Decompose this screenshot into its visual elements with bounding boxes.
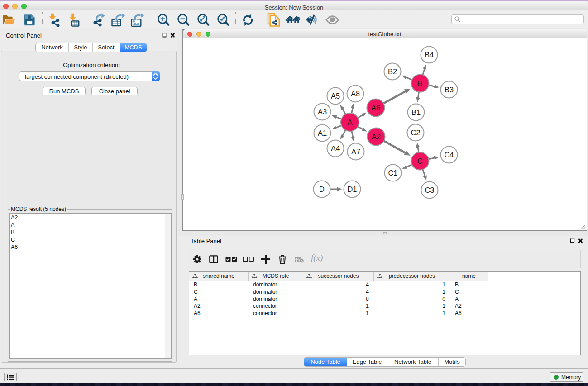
tree-column-icon <box>377 274 382 279</box>
column-header-MCDS-role[interactable]: MCDS role <box>249 272 303 281</box>
titlebar: Session: New Session <box>0 1 588 10</box>
network-window[interactable]: testGlobe.txt AA6A2BCA1A3A5A8A4A7B1B2B3B… <box>182 29 587 231</box>
tab-select[interactable]: Select <box>92 43 120 52</box>
deselect-all-icon[interactable] <box>243 254 254 265</box>
column-header-name[interactable]: name <box>450 272 488 281</box>
resize-grip-icon[interactable] <box>581 224 586 229</box>
new-network-from-selection-icon[interactable] <box>267 13 280 27</box>
zoom-in-icon[interactable] <box>157 13 170 27</box>
column-header-shared-name[interactable]: shared name <box>189 272 249 281</box>
tab-style[interactable]: Style <box>68 43 92 52</box>
export-table-icon[interactable] <box>110 13 125 27</box>
show-all-icon[interactable] <box>325 13 340 27</box>
save-session-icon[interactable] <box>23 13 36 27</box>
split-columns-icon[interactable] <box>208 254 220 265</box>
tab-mcds[interactable]: MCDS <box>120 43 147 52</box>
refresh-icon[interactable] <box>241 13 255 27</box>
tab-edge-table[interactable]: Edge Table <box>347 358 387 366</box>
arrowhead-B-B4 <box>423 64 426 69</box>
graph-node-label-A5: A5 <box>331 92 340 100</box>
mcds-result-list[interactable]: A2ABCA6 <box>9 213 172 359</box>
delete-column-icon[interactable] <box>277 254 288 265</box>
memory-button[interactable]: Memory <box>550 372 583 382</box>
show-panels-button[interactable] <box>4 373 17 381</box>
list-icon <box>7 374 14 380</box>
table-cell: 1 <box>366 310 369 316</box>
list-scrollbar[interactable] <box>165 214 171 358</box>
graph-node-label-B4: B4 <box>425 51 434 59</box>
splitter-handle-bottom[interactable] <box>383 232 387 234</box>
table-cell: 1 <box>442 289 445 295</box>
edge-A2-C[interactable] <box>383 141 406 153</box>
search-input[interactable] <box>451 14 584 24</box>
import-table-icon[interactable] <box>68 13 81 27</box>
zoom-fit-icon[interactable] <box>196 13 210 27</box>
splitter-handle-left[interactable] <box>181 194 184 200</box>
table-row[interactable]: A2connector11A2 <box>189 302 580 310</box>
column-header-label: MCDS role <box>263 273 289 279</box>
table-cell: B <box>194 281 197 288</box>
criterion-dropdown[interactable]: largest connected component (directed) <box>19 71 160 81</box>
dropdown-stepper-icon <box>152 71 160 81</box>
close-panel-button[interactable]: Close panel <box>91 87 138 95</box>
tab-node-table[interactable]: Node Table <box>304 358 347 366</box>
graph-node-label-B2: B2 <box>388 67 397 76</box>
graph-node-label-D1: D1 <box>347 185 357 193</box>
network-graph[interactable]: AA6A2BCA1A3A5A8A4A7B1B2B3B4C1C2C3C4DD1 <box>183 39 587 231</box>
open-file-icon[interactable] <box>2 13 16 27</box>
graph-node-label-B1: B1 <box>411 108 421 116</box>
table-row[interactable]: Adominator80A <box>189 295 580 303</box>
table-row[interactable]: Cdominator41C <box>189 288 580 295</box>
function-builder-icon[interactable]: f(x) <box>311 253 323 263</box>
graph-node-label-A8: A8 <box>351 90 360 98</box>
tab-network-table[interactable]: Network Table <box>387 358 438 366</box>
delete-table-icon[interactable] <box>293 254 305 265</box>
zoom-out-icon[interactable] <box>177 13 190 27</box>
table-cell: connector <box>253 310 277 316</box>
table-cell: A6 <box>194 310 201 316</box>
tab-network[interactable]: Network <box>36 43 68 52</box>
mcds-result-item[interactable]: B <box>11 229 18 236</box>
tab-motifs[interactable]: Motifs <box>438 358 465 366</box>
arrowhead-A2-C <box>404 151 411 156</box>
settings-icon[interactable] <box>191 254 203 265</box>
arrowhead-A-A8 <box>351 104 354 109</box>
hide-selected-icon[interactable] <box>304 13 319 27</box>
memory-label: Memory <box>561 374 581 381</box>
float-panel-icon[interactable] <box>162 33 167 38</box>
network-window-titlebar[interactable]: testGlobe.txt <box>183 29 587 38</box>
table-row[interactable]: Bdominator41B <box>189 281 580 288</box>
table-cell: 4 <box>366 289 369 295</box>
first-neighbors-icon[interactable] <box>285 13 300 27</box>
run-mcds-button[interactable]: Run MCDS <box>43 87 86 95</box>
zoom-selected-icon[interactable] <box>216 13 230 27</box>
tree-column-icon <box>192 274 198 279</box>
export-image-icon[interactable] <box>129 13 144 27</box>
toolbar-separator <box>261 12 261 26</box>
select-all-icon[interactable] <box>225 254 237 265</box>
table-cell: dominator <box>253 296 277 302</box>
arrowhead-A-A2 <box>362 128 367 132</box>
mcds-result-item[interactable]: A6 <box>11 243 18 251</box>
export-network-icon[interactable] <box>93 13 106 27</box>
focus-corner-mark <box>183 29 185 31</box>
close-table-panel-icon[interactable] <box>578 238 583 243</box>
mcds-result-item[interactable]: A <box>11 221 18 229</box>
table-cell: A <box>455 296 459 302</box>
table-row[interactable]: A6connector11A6 <box>189 310 580 317</box>
arrowhead-A-A3 <box>332 115 337 119</box>
column-header-predecessor-nodes[interactable]: predecessor nodes <box>374 272 450 281</box>
column-header-successor-nodes[interactable]: successor nodes <box>303 272 374 281</box>
column-header-label: successor nodes <box>318 273 359 279</box>
mcds-result-item[interactable]: C <box>11 236 18 243</box>
float-table-panel-icon[interactable] <box>570 238 575 243</box>
mcds-result-title: MCDS result (5 nodes) <box>10 206 67 212</box>
node-table[interactable]: shared name MCDS role successor nodes pr… <box>189 271 581 355</box>
mcds-result-item[interactable]: A2 <box>11 214 18 221</box>
close-panel-icon[interactable] <box>170 33 175 38</box>
add-column-icon[interactable] <box>260 254 272 265</box>
edge-A6-B[interactable] <box>382 91 406 104</box>
table-cell: 1 <box>442 281 445 288</box>
import-network-icon[interactable] <box>48 13 62 27</box>
graph-node-label-D: D <box>319 185 325 193</box>
